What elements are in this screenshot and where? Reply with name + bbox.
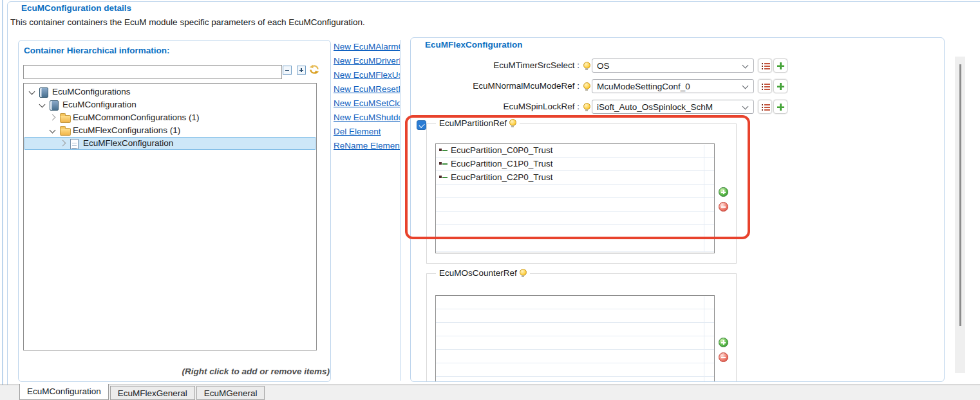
expand-all-button[interactable] xyxy=(297,66,306,75)
ecum-configuration-details-view: EcuMConfiguration details This container… xyxy=(0,0,980,400)
partition-item-label: EcucPartition_C1P0_Trust xyxy=(451,158,553,170)
ecumoscounterref-listbox[interactable] xyxy=(435,295,715,382)
listbox-column-divider xyxy=(704,296,704,382)
lightbulb-icon xyxy=(583,82,590,89)
link-new-ecumdriver[interactable]: New EcuMDriverI xyxy=(334,55,400,69)
tree-item-ecumcommonconfigurations[interactable]: EcuMCommonConfigurations (1) xyxy=(24,111,316,124)
chevron-down-icon[interactable] xyxy=(742,83,749,89)
module-icon xyxy=(50,100,59,111)
legend-text: EcuMPartitionRef xyxy=(439,118,507,128)
vertical-scrollbar-thumb[interactable] xyxy=(959,64,961,326)
select-from-list-button[interactable] xyxy=(758,59,772,73)
tab-ecumgeneral[interactable]: EcuMGeneral xyxy=(196,386,265,400)
details-panel-title: EcuMFlexConfiguration xyxy=(425,40,523,50)
ecumtimersrcselect-combobox[interactable]: OS xyxy=(592,59,754,73)
add-reference-button[interactable] xyxy=(773,79,787,93)
list-icon xyxy=(762,84,770,90)
add-oscounter-button[interactable] xyxy=(719,338,728,347)
empty-row xyxy=(436,336,714,350)
link-new-ecumflexuser[interactable]: New EcuMFlexUs xyxy=(334,69,400,83)
field-label-ecumspinlockref: EcuMSpinLockRef : xyxy=(411,100,580,114)
ecumpartitionref-checkbox[interactable] xyxy=(417,120,426,130)
ecumpartitionref-legend: EcuMPartitionRef xyxy=(436,118,520,129)
module-icon xyxy=(39,87,48,98)
listbox-column-divider xyxy=(704,145,704,252)
refresh-icon xyxy=(308,64,320,75)
link-new-ecumshutdown[interactable]: New EcuMShutdo xyxy=(334,111,400,125)
plus-icon xyxy=(777,104,784,111)
tree-filter-input[interactable] xyxy=(23,65,282,79)
list-icon xyxy=(762,104,770,111)
tab-ecumflexgeneral[interactable]: EcuMFlexGeneral xyxy=(110,386,195,400)
plus-icon xyxy=(777,83,784,90)
chevron-right-icon[interactable] xyxy=(60,140,66,147)
empty-row xyxy=(436,309,714,323)
partition-item-label: EcucPartition_C2P0_Trust xyxy=(451,171,553,184)
chevron-down-icon[interactable] xyxy=(742,62,749,69)
tree-item-label: EcuMConfigurations xyxy=(52,86,131,98)
chevron-down-icon[interactable] xyxy=(50,127,56,134)
select-from-list-button[interactable] xyxy=(758,100,772,114)
partition-list-item[interactable]: EcucPartition_C2P0_Trust xyxy=(436,171,714,185)
link-new-ecumalarmclock[interactable]: New EcuMAlarmC xyxy=(334,41,400,55)
remove-oscounter-button[interactable] xyxy=(719,352,728,362)
add-reference-button[interactable] xyxy=(773,100,787,114)
add-partition-button[interactable] xyxy=(719,187,728,197)
tab-ecumconfiguration[interactable]: EcuMConfiguration xyxy=(19,384,109,400)
element-actions-list: New EcuMAlarmC New EcuMDriverI New EcuMF… xyxy=(334,41,400,154)
empty-row xyxy=(436,212,714,225)
link-new-ecumsetclock[interactable]: New EcuMSetClo xyxy=(334,97,400,111)
remove-partition-button[interactable] xyxy=(719,202,728,212)
ecumflexconfiguration-panel: EcuMFlexConfiguration EcuMTimerSrcSelect… xyxy=(410,37,945,382)
empty-row xyxy=(436,198,714,212)
link-new-ecumresetmode[interactable]: New EcuMResetM xyxy=(334,83,400,97)
container-tree[interactable]: EcuMConfigurations EcuMConfiguration Ecu… xyxy=(23,83,317,350)
chevron-down-icon[interactable] xyxy=(29,89,35,95)
empty-row xyxy=(436,225,714,239)
tree-item-ecumflexconfigurations[interactable]: EcuMFlexConfigurations (1) xyxy=(24,124,316,137)
ecumpartitionref-group: EcuMPartitionRef EcucPartition_C0P0_Trus… xyxy=(426,123,737,264)
collapse-all-button[interactable] xyxy=(283,66,292,75)
tree-item-ecumconfigurations[interactable]: EcuMConfigurations xyxy=(24,86,316,98)
link-del-element[interactable]: Del Element xyxy=(334,125,400,140)
chevron-down-icon[interactable] xyxy=(742,104,749,110)
page-title: EcuMConfiguration details xyxy=(21,3,131,13)
ecumspinlockref-combobox[interactable]: iSoft_Auto_OsSpinlock_SchM xyxy=(592,100,754,114)
empty-row xyxy=(436,363,714,377)
add-reference-button[interactable] xyxy=(773,59,787,73)
combobox-value: iSoft_Auto_OsSpinlock_SchM xyxy=(597,101,713,113)
link-rename-element[interactable]: ReName Element xyxy=(334,140,400,154)
select-from-list-button[interactable] xyxy=(758,79,772,93)
chevron-down-icon[interactable] xyxy=(39,102,46,108)
lightbulb-icon xyxy=(583,62,590,69)
chevron-right-icon[interactable] xyxy=(50,114,56,121)
tree-item-ecumflexconfiguration-selected[interactable]: EcuMFlexConfiguration xyxy=(24,137,316,150)
partition-list-item[interactable]: EcucPartition_C0P0_Trust xyxy=(436,144,714,158)
tree-item-label: EcuMFlexConfiguration xyxy=(83,137,173,150)
right-click-hint: (Right click to add or remove items) xyxy=(18,367,330,376)
expand-all-icon-bar xyxy=(301,68,302,72)
empty-row xyxy=(436,296,714,309)
field-label-ecumtimersrcselect: EcuMTimerSrcSelect : xyxy=(411,59,580,73)
ecumoscounterref-legend: EcuMOsCounterRef xyxy=(436,268,530,278)
reference-item-icon xyxy=(439,148,448,154)
refresh-button[interactable] xyxy=(308,64,320,75)
partition-list-item[interactable]: EcucPartition_C1P0_Trust xyxy=(436,158,714,171)
lightbulb-icon xyxy=(509,119,516,126)
reference-item-icon xyxy=(439,175,448,181)
list-icon xyxy=(762,63,770,69)
tree-item-label: EcuMFlexConfigurations (1) xyxy=(73,124,180,137)
lightbulb-icon xyxy=(583,103,590,110)
empty-row xyxy=(436,239,714,252)
tree-item-ecumconfiguration[interactable]: EcuMConfiguration xyxy=(24,98,316,111)
empty-row xyxy=(436,185,714,198)
folder-icon xyxy=(60,115,71,123)
combobox-value: McuModeSettingConf_0 xyxy=(597,80,690,93)
panel-separator xyxy=(400,40,400,381)
combobox-value: OS xyxy=(597,60,610,72)
ecumpartitionref-listbox[interactable]: EcucPartition_C0P0_Trust EcucPartition_C… xyxy=(435,143,715,253)
reference-item-icon xyxy=(439,161,448,167)
container-hierarchy-panel: Container Hierarchical information: EcuM… xyxy=(18,40,331,382)
ecumnormalmcumoderef-combobox[interactable]: McuModeSettingConf_0 xyxy=(592,79,754,93)
document-icon xyxy=(70,139,79,149)
